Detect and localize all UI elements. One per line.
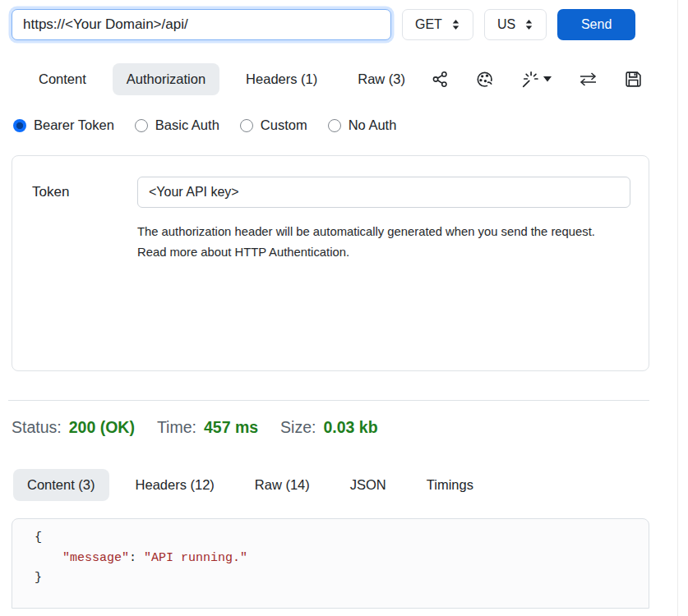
region-select-value: US [497,17,515,32]
magic-wand-dropdown-icon[interactable] [521,71,552,88]
response-tabs: Content (3) Headers (12) Raw (14) JSON T… [0,469,688,501]
page-right-divider [677,0,678,616]
token-label: Token [32,184,137,200]
radio-selected-icon [13,119,26,132]
radio-label: Custom [261,117,307,133]
tab-authorization[interactable]: Authorization [113,63,219,95]
size-label: Size: [280,418,316,437]
updown-arrows-icon [451,19,460,30]
token-helper-text: The authorization header will be automat… [137,222,618,263]
method-select-value: GET [415,17,442,32]
share-icon[interactable] [432,71,449,88]
tab-raw[interactable]: Raw (3) [344,63,419,95]
token-panel: Token The authorization header will be a… [12,155,649,371]
response-tab-raw[interactable]: Raw (14) [241,469,324,501]
radio-unselected-icon [135,119,148,132]
tab-headers[interactable]: Headers (1) [232,63,331,95]
radio-label: No Auth [349,117,397,133]
radio-label: Bearer Token [34,117,114,133]
url-input[interactable] [12,9,391,40]
updown-arrows-icon [524,19,533,30]
token-input[interactable] [137,177,630,208]
response-tab-content[interactable]: Content (3) [13,469,109,501]
radio-unselected-icon [328,119,341,132]
response-body-panel: { "message": "API running." } [12,518,649,609]
tab-content[interactable]: Content [25,63,100,95]
radio-no-auth[interactable]: No Auth [328,117,397,133]
toolbar-icon-group [432,71,642,89]
radio-custom[interactable]: Custom [240,117,307,133]
radio-bearer-token[interactable]: Bearer Token [13,117,114,133]
region-select[interactable]: US [484,9,547,40]
request-tabs: Content Authorization Headers (1) Raw (3… [0,63,688,95]
save-icon[interactable] [625,71,642,88]
status-label: Status: [12,418,62,437]
auth-options: Bearer Token Basic Auth Custom No Auth [0,117,688,133]
method-select[interactable]: GET [402,9,473,40]
response-tab-json[interactable]: JSON [336,469,400,501]
radio-basic-auth[interactable]: Basic Auth [135,117,219,133]
response-tab-headers[interactable]: Headers (12) [122,469,229,501]
section-divider [8,400,649,401]
palette-icon[interactable] [476,71,494,89]
radio-unselected-icon [240,119,253,132]
time-label: Time: [157,418,196,437]
size-value: 0.03 kb [323,418,377,437]
status-value: 200 (OK) [69,418,135,437]
radio-label: Basic Auth [155,117,219,133]
swap-arrows-icon[interactable] [579,71,598,87]
time-value: 457 ms [204,418,258,437]
response-tab-timings[interactable]: Timings [413,469,487,501]
request-bar: GET US Send [0,0,688,40]
response-json: { "message": "API running." } [35,528,649,589]
response-status-row: Status: 200 (OK) Time: 457 ms Size: 0.03… [0,418,688,437]
send-button[interactable]: Send [557,9,635,40]
